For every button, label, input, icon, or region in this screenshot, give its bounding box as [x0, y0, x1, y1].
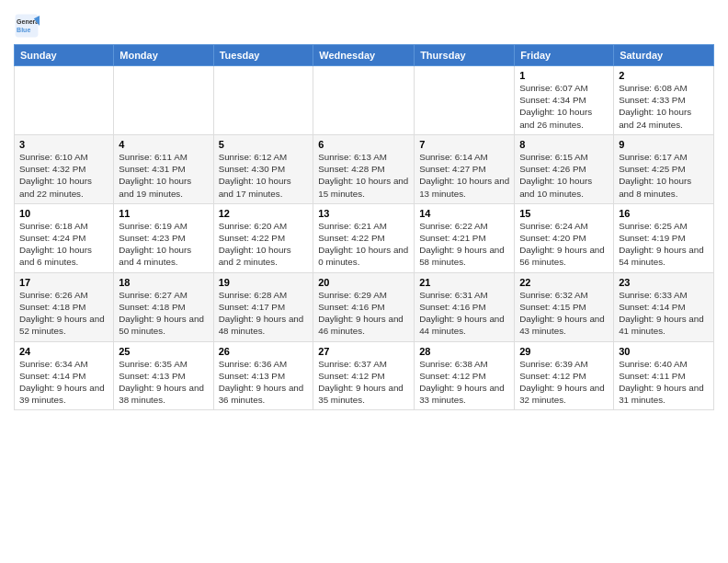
day-info: Sunrise: 6:08 AM Sunset: 4:33 PM Dayligh…: [619, 82, 709, 131]
week-row-4: 17Sunrise: 6:26 AM Sunset: 4:18 PM Dayli…: [15, 272, 714, 341]
day-number: 29: [519, 346, 609, 357]
day-cell: 8Sunrise: 6:15 AM Sunset: 4:26 PM Daylig…: [515, 134, 614, 203]
day-number: 20: [318, 277, 409, 288]
day-cell: 23Sunrise: 6:33 AM Sunset: 4:14 PM Dayli…: [614, 272, 714, 341]
weekday-header-row: SundayMondayTuesdayWednesdayThursdayFrid…: [15, 45, 714, 66]
day-info: Sunrise: 6:21 AM Sunset: 4:22 PM Dayligh…: [318, 220, 409, 269]
logo-icon: General Blue: [14, 13, 40, 39]
day-cell: 24Sunrise: 6:34 AM Sunset: 4:14 PM Dayli…: [15, 341, 114, 410]
svg-text:Blue: Blue: [17, 27, 30, 33]
day-info: Sunrise: 6:11 AM Sunset: 4:31 PM Dayligh…: [119, 151, 208, 200]
day-number: 21: [419, 277, 509, 288]
day-number: 18: [119, 277, 208, 288]
day-cell: 14Sunrise: 6:22 AM Sunset: 4:21 PM Dayli…: [415, 203, 515, 272]
day-number: 22: [519, 277, 609, 288]
day-info: Sunrise: 6:24 AM Sunset: 4:20 PM Dayligh…: [519, 220, 609, 269]
day-cell: 2Sunrise: 6:08 AM Sunset: 4:33 PM Daylig…: [614, 66, 714, 135]
day-info: Sunrise: 6:17 AM Sunset: 4:25 PM Dayligh…: [619, 151, 709, 200]
day-number: 2: [619, 70, 709, 81]
day-number: 14: [419, 208, 509, 219]
day-info: Sunrise: 6:36 AM Sunset: 4:13 PM Dayligh…: [219, 358, 309, 407]
day-info: Sunrise: 6:29 AM Sunset: 4:16 PM Dayligh…: [318, 289, 409, 338]
day-cell: 4Sunrise: 6:11 AM Sunset: 4:31 PM Daylig…: [114, 134, 213, 203]
day-cell: 26Sunrise: 6:36 AM Sunset: 4:13 PM Dayli…: [213, 341, 313, 410]
day-info: Sunrise: 6:40 AM Sunset: 4:11 PM Dayligh…: [619, 358, 709, 407]
header: General Blue: [14, 9, 714, 39]
day-cell: 11Sunrise: 6:19 AM Sunset: 4:23 PM Dayli…: [114, 203, 213, 272]
week-row-3: 10Sunrise: 6:18 AM Sunset: 4:24 PM Dayli…: [15, 203, 714, 272]
day-info: Sunrise: 6:20 AM Sunset: 4:22 PM Dayligh…: [219, 220, 309, 269]
day-cell: 12Sunrise: 6:20 AM Sunset: 4:22 PM Dayli…: [213, 203, 313, 272]
day-info: Sunrise: 6:13 AM Sunset: 4:28 PM Dayligh…: [318, 151, 409, 200]
day-info: Sunrise: 6:33 AM Sunset: 4:14 PM Dayligh…: [619, 289, 709, 338]
day-cell: 10Sunrise: 6:18 AM Sunset: 4:24 PM Dayli…: [15, 203, 114, 272]
day-info: Sunrise: 6:15 AM Sunset: 4:26 PM Dayligh…: [519, 151, 609, 200]
day-cell: [114, 66, 213, 135]
day-info: Sunrise: 6:10 AM Sunset: 4:32 PM Dayligh…: [19, 151, 108, 200]
day-number: 25: [119, 346, 208, 357]
day-info: Sunrise: 6:37 AM Sunset: 4:12 PM Dayligh…: [318, 358, 409, 407]
week-row-2: 3Sunrise: 6:10 AM Sunset: 4:32 PM Daylig…: [15, 134, 714, 203]
day-info: Sunrise: 6:18 AM Sunset: 4:24 PM Dayligh…: [19, 220, 108, 269]
day-info: Sunrise: 6:35 AM Sunset: 4:13 PM Dayligh…: [119, 358, 208, 407]
weekday-saturday: Saturday: [614, 45, 714, 66]
weekday-sunday: Sunday: [15, 45, 114, 66]
day-info: Sunrise: 6:34 AM Sunset: 4:14 PM Dayligh…: [19, 358, 108, 407]
day-cell: 3Sunrise: 6:10 AM Sunset: 4:32 PM Daylig…: [15, 134, 114, 203]
day-number: 12: [219, 208, 309, 219]
day-number: 30: [619, 346, 709, 357]
day-cell: [415, 66, 515, 135]
weekday-wednesday: Wednesday: [313, 45, 415, 66]
svg-rect-0: [16, 15, 39, 38]
day-cell: [213, 66, 313, 135]
day-cell: 27Sunrise: 6:37 AM Sunset: 4:12 PM Dayli…: [313, 341, 415, 410]
day-number: 11: [119, 208, 208, 219]
weekday-thursday: Thursday: [415, 45, 515, 66]
day-info: Sunrise: 6:31 AM Sunset: 4:16 PM Dayligh…: [419, 289, 509, 338]
day-number: 7: [419, 139, 509, 150]
day-info: Sunrise: 6:38 AM Sunset: 4:12 PM Dayligh…: [419, 358, 509, 407]
day-cell: 9Sunrise: 6:17 AM Sunset: 4:25 PM Daylig…: [614, 134, 714, 203]
day-info: Sunrise: 6:28 AM Sunset: 4:17 PM Dayligh…: [219, 289, 309, 338]
day-number: 27: [318, 346, 409, 357]
day-number: 28: [419, 346, 509, 357]
day-number: 13: [318, 208, 409, 219]
page-container: General Blue SundayMondayTuesdayWednesda…: [0, 0, 728, 419]
day-cell: 17Sunrise: 6:26 AM Sunset: 4:18 PM Dayli…: [15, 272, 114, 341]
day-cell: 7Sunrise: 6:14 AM Sunset: 4:27 PM Daylig…: [415, 134, 515, 203]
day-info: Sunrise: 6:27 AM Sunset: 4:18 PM Dayligh…: [119, 289, 208, 338]
day-cell: 20Sunrise: 6:29 AM Sunset: 4:16 PM Dayli…: [313, 272, 415, 341]
day-cell: 29Sunrise: 6:39 AM Sunset: 4:12 PM Dayli…: [515, 341, 614, 410]
day-cell: 30Sunrise: 6:40 AM Sunset: 4:11 PM Dayli…: [614, 341, 714, 410]
week-row-5: 24Sunrise: 6:34 AM Sunset: 4:14 PM Dayli…: [15, 341, 714, 410]
day-number: 19: [219, 277, 309, 288]
day-number: 15: [519, 208, 609, 219]
week-row-1: 1Sunrise: 6:07 AM Sunset: 4:34 PM Daylig…: [15, 66, 714, 135]
day-cell: [15, 66, 114, 135]
day-cell: 16Sunrise: 6:25 AM Sunset: 4:19 PM Dayli…: [614, 203, 714, 272]
day-cell: 6Sunrise: 6:13 AM Sunset: 4:28 PM Daylig…: [313, 134, 415, 203]
day-info: Sunrise: 6:26 AM Sunset: 4:18 PM Dayligh…: [19, 289, 108, 338]
weekday-monday: Monday: [114, 45, 213, 66]
weekday-friday: Friday: [515, 45, 614, 66]
day-number: 8: [519, 139, 609, 150]
day-number: 1: [519, 70, 609, 81]
day-cell: 18Sunrise: 6:27 AM Sunset: 4:18 PM Dayli…: [114, 272, 213, 341]
day-info: Sunrise: 6:22 AM Sunset: 4:21 PM Dayligh…: [419, 220, 509, 269]
day-info: Sunrise: 6:39 AM Sunset: 4:12 PM Dayligh…: [519, 358, 609, 407]
day-info: Sunrise: 6:14 AM Sunset: 4:27 PM Dayligh…: [419, 151, 509, 200]
day-cell: 22Sunrise: 6:32 AM Sunset: 4:15 PM Dayli…: [515, 272, 614, 341]
weekday-tuesday: Tuesday: [213, 45, 313, 66]
day-info: Sunrise: 6:12 AM Sunset: 4:30 PM Dayligh…: [219, 151, 309, 200]
day-cell: 13Sunrise: 6:21 AM Sunset: 4:22 PM Dayli…: [313, 203, 415, 272]
day-info: Sunrise: 6:25 AM Sunset: 4:19 PM Dayligh…: [619, 220, 709, 269]
day-number: 3: [19, 139, 108, 150]
day-cell: 21Sunrise: 6:31 AM Sunset: 4:16 PM Dayli…: [415, 272, 515, 341]
day-cell: 19Sunrise: 6:28 AM Sunset: 4:17 PM Dayli…: [213, 272, 313, 341]
day-number: 9: [619, 139, 709, 150]
day-number: 26: [219, 346, 309, 357]
day-info: Sunrise: 6:07 AM Sunset: 4:34 PM Dayligh…: [519, 82, 609, 131]
day-number: 4: [119, 139, 208, 150]
day-number: 23: [619, 277, 709, 288]
logo: General Blue: [14, 13, 43, 39]
